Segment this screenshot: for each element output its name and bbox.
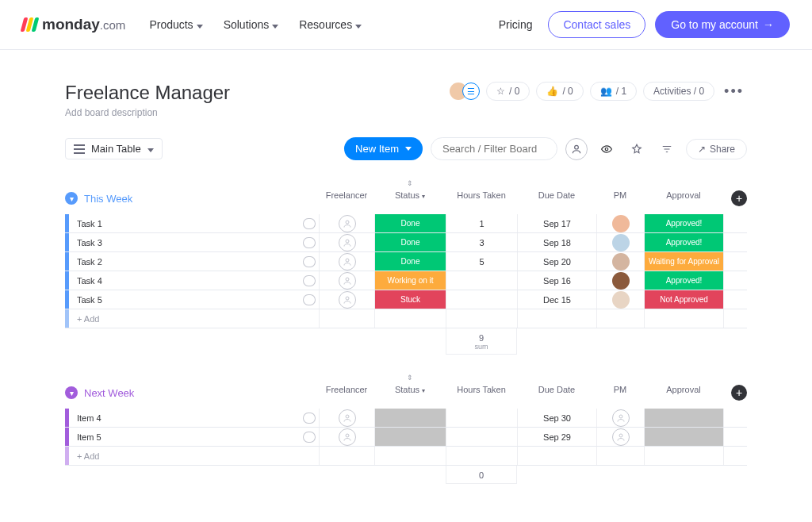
col-status[interactable]: Status ▾ — [374, 382, 446, 404]
table-row[interactable]: Task 2Done5Sep 20Waiting for Approval — [65, 252, 747, 271]
task-name[interactable]: Task 2 — [69, 252, 300, 271]
col-pm[interactable]: PM — [596, 382, 644, 404]
col-status[interactable]: Status ▾ — [374, 187, 446, 209]
status-cell[interactable]: Stuck — [374, 290, 446, 309]
due-cell[interactable]: Sep 18 — [517, 233, 596, 251]
group-name[interactable]: Next Week — [84, 387, 134, 399]
col-due[interactable]: Due Date — [517, 382, 596, 404]
hours-cell[interactable]: 1 — [446, 214, 517, 232]
chat-icon[interactable] — [300, 428, 319, 446]
table-row[interactable]: Task 4Working on itSep 16Approved! — [65, 271, 747, 290]
table-row[interactable]: Item 4Sep 30 — [65, 409, 747, 428]
pm-cell[interactable] — [596, 233, 644, 251]
table-row[interactable]: Item 5Sep 29 — [65, 428, 747, 447]
table-row[interactable]: Task 5StuckDec 15Not Approved — [65, 290, 747, 309]
pm-cell[interactable] — [596, 271, 644, 290]
add-column-button[interactable]: + — [731, 385, 747, 401]
due-cell[interactable]: Sep 16 — [517, 271, 596, 290]
task-name[interactable]: Task 3 — [69, 233, 300, 251]
group-toggle[interactable]: ▾ — [65, 192, 78, 205]
due-cell[interactable]: Sep 30 — [517, 409, 596, 427]
group-name[interactable]: This Week — [84, 193, 132, 205]
contact-sales-button[interactable]: Contact sales — [548, 11, 645, 38]
chat-icon[interactable] — [300, 290, 319, 309]
hours-cell[interactable]: 5 — [446, 252, 517, 271]
person-filter-icon[interactable] — [565, 138, 588, 160]
col-hours[interactable]: Hours Taken — [446, 187, 517, 209]
pm-cell[interactable] — [596, 214, 644, 232]
hide-icon[interactable] — [596, 138, 618, 160]
col-approval[interactable]: Approval — [644, 187, 723, 209]
approval-cell[interactable] — [644, 428, 723, 446]
status-cell[interactable]: Working on it — [374, 271, 446, 290]
table-row[interactable]: Task 3Done3Sep 18Approved! — [65, 233, 747, 252]
view-selector[interactable]: Main Table — [65, 138, 163, 159]
approval-cell[interactable]: Not Approved — [644, 290, 723, 309]
board-description[interactable]: Add board description — [65, 107, 230, 118]
hours-cell[interactable] — [446, 428, 517, 446]
status-cell[interactable]: Done — [374, 214, 446, 232]
col-freelancer[interactable]: Freelancer — [319, 382, 374, 404]
task-name[interactable]: Item 5 — [69, 428, 300, 446]
board-avatars[interactable]: ☰ — [450, 83, 480, 100]
chat-icon[interactable] — [300, 233, 319, 251]
approval-cell[interactable]: Waiting for Approval — [644, 252, 723, 271]
hours-cell[interactable] — [446, 271, 517, 290]
col-due[interactable]: Due Date — [517, 187, 596, 209]
freelancer-cell[interactable] — [319, 428, 374, 446]
freelancer-cell[interactable] — [319, 290, 374, 309]
search-input[interactable] — [431, 137, 557, 160]
likes-pill[interactable]: 👍/ 0 — [536, 82, 583, 101]
status-cell[interactable] — [374, 409, 446, 427]
share-button[interactable]: ↗Share — [686, 139, 747, 159]
col-approval[interactable]: Approval — [644, 382, 723, 404]
freelancer-cell[interactable] — [319, 409, 374, 427]
task-name[interactable]: Task 1 — [69, 214, 300, 232]
approval-cell[interactable]: Approved! — [644, 233, 723, 251]
due-cell[interactable]: Sep 20 — [517, 252, 596, 271]
pm-cell[interactable] — [596, 409, 644, 427]
task-name[interactable]: Task 5 — [69, 290, 300, 309]
pin-icon[interactable] — [626, 138, 648, 160]
members-pill[interactable]: 👥/ 1 — [590, 82, 637, 101]
sort-icon[interactable] — [656, 138, 678, 160]
chat-icon[interactable] — [300, 409, 319, 427]
pm-cell[interactable] — [596, 252, 644, 271]
chat-icon[interactable] — [300, 271, 319, 290]
nav-solutions[interactable]: Solutions — [224, 18, 279, 31]
pm-cell[interactable] — [596, 428, 644, 446]
freelancer-cell[interactable] — [319, 271, 374, 290]
add-row[interactable]: + Add — [65, 309, 747, 328]
nav-resources[interactable]: Resources — [299, 18, 362, 31]
activities-pill[interactable]: Activities / 0 — [643, 82, 714, 101]
more-menu[interactable]: ••• — [721, 83, 747, 100]
col-hours[interactable]: Hours Taken — [446, 382, 517, 404]
approval-cell[interactable] — [644, 409, 723, 427]
status-cell[interactable] — [374, 428, 446, 446]
logo[interactable]: monday.com — [22, 16, 125, 33]
approval-cell[interactable]: Approved! — [644, 271, 723, 290]
nav-products[interactable]: Products — [149, 18, 202, 31]
freelancer-cell[interactable] — [319, 233, 374, 251]
status-cell[interactable]: Done — [374, 233, 446, 251]
nav-pricing[interactable]: Pricing — [499, 18, 533, 31]
task-name[interactable]: Task 4 — [69, 271, 300, 290]
freelancer-cell[interactable] — [319, 252, 374, 271]
chat-icon[interactable] — [300, 214, 319, 232]
pm-cell[interactable] — [596, 290, 644, 309]
table-row[interactable]: Task 1Done1Sep 17Approved! — [65, 214, 747, 233]
due-cell[interactable]: Dec 15 — [517, 290, 596, 309]
chat-icon[interactable] — [300, 252, 319, 271]
due-cell[interactable]: Sep 17 — [517, 214, 596, 232]
hours-cell[interactable]: 3 — [446, 233, 517, 251]
add-column-button[interactable]: + — [731, 190, 747, 206]
col-pm[interactable]: PM — [596, 187, 644, 209]
go-to-account-button[interactable]: Go to my account — [655, 11, 790, 38]
favorites-pill[interactable]: ☆/ 0 — [486, 82, 530, 101]
task-name[interactable]: Item 4 — [69, 409, 300, 427]
new-item-button[interactable]: New Item — [344, 137, 423, 160]
col-freelancer[interactable]: Freelancer — [319, 187, 374, 209]
hours-cell[interactable] — [446, 409, 517, 427]
status-cell[interactable]: Done — [374, 252, 446, 271]
due-cell[interactable]: Sep 29 — [517, 428, 596, 446]
